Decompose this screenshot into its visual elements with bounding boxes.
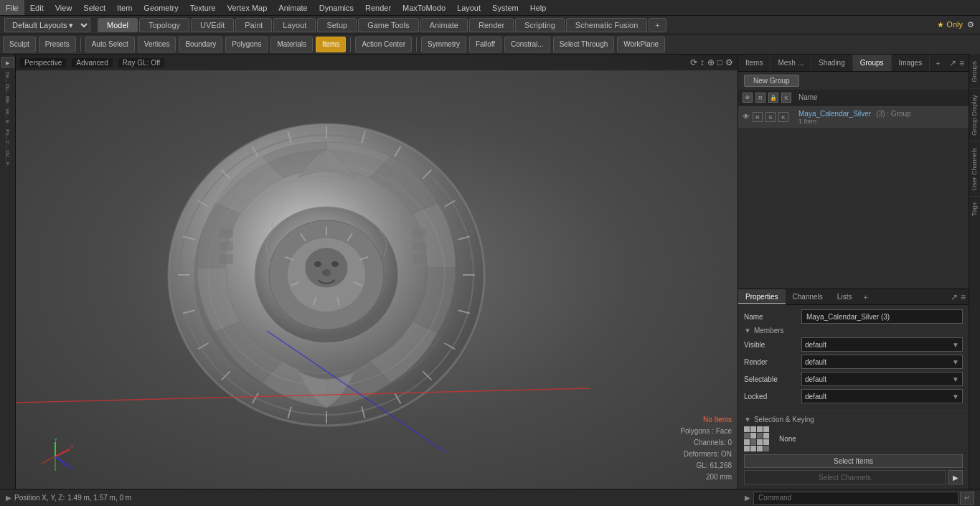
tab-animate[interactable]: Animate [420, 18, 468, 32]
polygons-btn[interactable]: Polygons [225, 37, 268, 52]
workplane-btn[interactable]: WorkPlane [617, 37, 665, 52]
vp-advanced[interactable]: Advanced [72, 58, 112, 67]
menu-animate[interactable]: Animate [273, 0, 313, 15]
menu-render[interactable]: Render [359, 0, 397, 15]
menu-view[interactable]: View [50, 0, 78, 15]
props-tab-properties[interactable]: Properties [738, 289, 786, 304]
menu-help[interactable]: Help [524, 0, 552, 15]
materials-btn[interactable]: Materials [270, 37, 313, 52]
visible-dropdown[interactable]: default ▼ [801, 337, 963, 352]
group-icon-s[interactable]: S [765, 112, 776, 122]
rp-tab-add[interactable]: + [930, 55, 946, 71]
group-icon-k[interactable]: K [778, 112, 788, 122]
rp-tab-images[interactable]: Images [892, 55, 930, 71]
tab-gametools[interactable]: Game Tools [358, 18, 419, 32]
sidebar-c[interactable]: C... [5, 141, 10, 149]
sidebar-btn-1[interactable]: ▶ [1, 57, 14, 67]
rp-tab-items[interactable]: Items [738, 55, 771, 71]
group-item-maya[interactable]: 👁 R S K Maya_Calendar_Silver (3) : Group… [738, 106, 969, 128]
selectable-dropdown[interactable]: default ▼ [801, 372, 963, 386]
menu-geometry[interactable]: Geometry [138, 0, 184, 15]
select-items-button[interactable]: Select Items [744, 454, 963, 468]
falloff-btn[interactable]: Falloff [469, 37, 501, 52]
vp-raygl[interactable]: Ray GL: Off [118, 58, 165, 67]
sidebar-ve[interactable]: Ve... [5, 108, 10, 118]
sidebar-e[interactable]: E... [5, 120, 10, 128]
viewport[interactable]: Perspective Advanced Ray GL: Off ⟳ ↕ ⊕ □… [16, 55, 738, 489]
vtab-user-channels[interactable]: User Channels [969, 141, 980, 197]
vp-icon-settings[interactable]: ⚙ [725, 57, 733, 67]
header-icon-render[interactable]: R [755, 93, 765, 103]
menu-texture[interactable]: Texture [184, 0, 222, 15]
vtab-tags[interactable]: Tags [969, 196, 980, 222]
presets-btn[interactable]: Presets [39, 37, 76, 52]
render-dropdown[interactable]: default ▼ [801, 355, 963, 369]
sculpt-btn[interactable]: Sculpt [3, 37, 36, 52]
props-tab-lists[interactable]: Lists [830, 289, 859, 304]
new-group-button[interactable]: New Group [744, 75, 799, 87]
menu-edit[interactable]: Edit [24, 0, 50, 15]
rp-expand-icon[interactable]: ↗ [949, 58, 956, 68]
header-icon-eye[interactable]: 👁 [743, 93, 753, 103]
sidebar-po[interactable]: Po... [5, 129, 10, 139]
vertices-btn[interactable]: Vertices [138, 37, 176, 52]
menu-select[interactable]: Select [77, 0, 111, 15]
sidebar-du[interactable]: Du... [5, 84, 10, 95]
symmetry-btn[interactable]: Symmetry [421, 37, 466, 52]
tab-add[interactable]: + [649, 18, 666, 32]
menu-system[interactable]: System [486, 0, 524, 15]
tab-uvedit[interactable]: UVEdit [191, 18, 234, 32]
sidebar-uv[interactable]: UV... [5, 150, 10, 161]
sel-arrow-btn[interactable]: ▶ [948, 470, 963, 484]
tab-scripting[interactable]: Scripting [515, 18, 565, 32]
cmd-enter-btn[interactable]: ↵ [960, 492, 974, 505]
vp-icon-orbit[interactable]: ⟳ [690, 57, 697, 67]
items-btn[interactable]: Items [316, 37, 346, 52]
tab-model[interactable]: Model [98, 18, 138, 32]
vp-perspective[interactable]: Perspective [20, 58, 66, 67]
menu-vertexmap[interactable]: Vertex Map [222, 0, 273, 15]
tab-schematic[interactable]: Schematic Fusion [566, 18, 647, 32]
props-tab-channels[interactable]: Channels [786, 289, 830, 304]
select-through-btn[interactable]: Select Through [553, 37, 615, 52]
group-icon-r[interactable]: R [753, 112, 763, 122]
tab-layout[interactable]: Layout [273, 18, 316, 32]
props-menu-icon[interactable]: ≡ [961, 292, 966, 302]
rp-menu-icon[interactable]: ≡ [959, 58, 964, 68]
vp-icon-zoom[interactable]: ⊕ [707, 57, 715, 67]
boundary-btn[interactable]: Boundary [179, 37, 222, 52]
sidebar-de[interactable]: De... [5, 72, 10, 83]
menu-file[interactable]: File [0, 0, 24, 15]
menu-maxtomodo[interactable]: MaxToModo [397, 0, 451, 15]
sidebar-f[interactable]: F... [5, 162, 10, 169]
sidebar-me[interactable]: Me... [5, 96, 10, 108]
tab-topology[interactable]: Topology [139, 18, 189, 32]
header-icon-lock[interactable]: 🔒 [768, 93, 778, 103]
vtab-group-display[interactable]: Group Display [969, 88, 980, 141]
constrain-btn[interactable]: Constrai... [504, 37, 550, 52]
menu-dynamics[interactable]: Dynamics [314, 0, 359, 15]
layout-dropdown[interactable]: Default Layouts ▾ [4, 18, 90, 32]
menu-item[interactable]: Item [111, 0, 138, 15]
locked-dropdown[interactable]: default ▼ [801, 389, 963, 403]
header-icon-key[interactable]: K [781, 93, 791, 103]
vtab-groups[interactable]: Groups [969, 55, 980, 88]
tab-render[interactable]: Render [469, 18, 514, 32]
vp-icon-pan[interactable]: ↕ [700, 57, 705, 67]
name-input[interactable] [801, 309, 963, 324]
command-input[interactable] [753, 492, 958, 505]
vp-icon-frame[interactable]: □ [717, 57, 722, 67]
star-only-label[interactable]: ★ Only [937, 20, 963, 29]
select-channels-button[interactable]: Select Channels [744, 470, 946, 484]
auto-select-btn[interactable]: Auto Select [85, 37, 135, 52]
rp-tab-groups[interactable]: Groups [853, 55, 892, 71]
action-center-btn[interactable]: Action Center [355, 37, 412, 52]
props-expand-icon[interactable]: ↗ [951, 292, 958, 302]
rp-tab-mesh[interactable]: Mesh ... [771, 55, 811, 71]
menu-layout[interactable]: Layout [451, 0, 486, 15]
props-tab-add[interactable]: + [859, 289, 872, 304]
rp-tab-shading[interactable]: Shading [811, 55, 853, 71]
tab-paint[interactable]: Paint [235, 18, 272, 32]
tab-setup[interactable]: Setup [317, 18, 357, 32]
settings-icon[interactable]: ⚙ [967, 20, 974, 29]
